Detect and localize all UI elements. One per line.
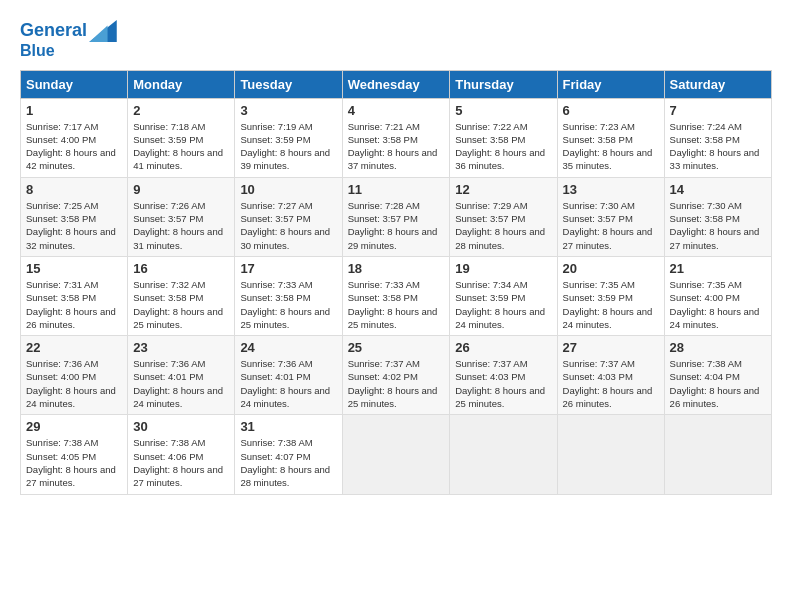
calendar-cell <box>450 415 557 494</box>
day-number: 6 <box>563 103 659 118</box>
day-number: 17 <box>240 261 336 276</box>
calendar-cell: 3 Sunrise: 7:19 AMSunset: 3:59 PMDayligh… <box>235 98 342 177</box>
day-info: Sunrise: 7:30 AMSunset: 3:58 PMDaylight:… <box>670 200 760 251</box>
day-number: 28 <box>670 340 766 355</box>
logo-blue: Blue <box>20 42 117 60</box>
day-info: Sunrise: 7:28 AMSunset: 3:57 PMDaylight:… <box>348 200 438 251</box>
day-number: 2 <box>133 103 229 118</box>
calendar-cell: 7 Sunrise: 7:24 AMSunset: 3:58 PMDayligh… <box>664 98 771 177</box>
day-info: Sunrise: 7:26 AMSunset: 3:57 PMDaylight:… <box>133 200 223 251</box>
calendar-cell: 31 Sunrise: 7:38 AMSunset: 4:07 PMDaylig… <box>235 415 342 494</box>
day-info: Sunrise: 7:35 AMSunset: 4:00 PMDaylight:… <box>670 279 760 330</box>
day-info: Sunrise: 7:38 AMSunset: 4:04 PMDaylight:… <box>670 358 760 409</box>
day-info: Sunrise: 7:31 AMSunset: 3:58 PMDaylight:… <box>26 279 116 330</box>
header: General Blue <box>20 20 772 60</box>
calendar: SundayMondayTuesdayWednesdayThursdayFrid… <box>20 70 772 495</box>
calendar-cell: 30 Sunrise: 7:38 AMSunset: 4:06 PMDaylig… <box>128 415 235 494</box>
day-info: Sunrise: 7:25 AMSunset: 3:58 PMDaylight:… <box>26 200 116 251</box>
calendar-cell: 12 Sunrise: 7:29 AMSunset: 3:57 PMDaylig… <box>450 177 557 256</box>
day-number: 27 <box>563 340 659 355</box>
day-number: 21 <box>670 261 766 276</box>
day-number: 7 <box>670 103 766 118</box>
calendar-week-row: 22 Sunrise: 7:36 AMSunset: 4:00 PMDaylig… <box>21 336 772 415</box>
day-number: 9 <box>133 182 229 197</box>
day-info: Sunrise: 7:33 AMSunset: 3:58 PMDaylight:… <box>348 279 438 330</box>
calendar-header-row: SundayMondayTuesdayWednesdayThursdayFrid… <box>21 70 772 98</box>
calendar-week-row: 29 Sunrise: 7:38 AMSunset: 4:05 PMDaylig… <box>21 415 772 494</box>
calendar-cell: 26 Sunrise: 7:37 AMSunset: 4:03 PMDaylig… <box>450 336 557 415</box>
day-number: 4 <box>348 103 445 118</box>
day-number: 20 <box>563 261 659 276</box>
calendar-cell: 8 Sunrise: 7:25 AMSunset: 3:58 PMDayligh… <box>21 177 128 256</box>
calendar-cell: 14 Sunrise: 7:30 AMSunset: 3:58 PMDaylig… <box>664 177 771 256</box>
calendar-cell: 16 Sunrise: 7:32 AMSunset: 3:58 PMDaylig… <box>128 256 235 335</box>
day-header-sunday: Sunday <box>21 70 128 98</box>
day-info: Sunrise: 7:19 AMSunset: 3:59 PMDaylight:… <box>240 121 330 172</box>
day-info: Sunrise: 7:32 AMSunset: 3:58 PMDaylight:… <box>133 279 223 330</box>
day-header-friday: Friday <box>557 70 664 98</box>
day-number: 13 <box>563 182 659 197</box>
calendar-cell: 10 Sunrise: 7:27 AMSunset: 3:57 PMDaylig… <box>235 177 342 256</box>
logo: General Blue <box>20 20 117 60</box>
day-number: 10 <box>240 182 336 197</box>
calendar-cell: 27 Sunrise: 7:37 AMSunset: 4:03 PMDaylig… <box>557 336 664 415</box>
day-info: Sunrise: 7:21 AMSunset: 3:58 PMDaylight:… <box>348 121 438 172</box>
day-info: Sunrise: 7:29 AMSunset: 3:57 PMDaylight:… <box>455 200 545 251</box>
calendar-cell: 25 Sunrise: 7:37 AMSunset: 4:02 PMDaylig… <box>342 336 450 415</box>
day-number: 14 <box>670 182 766 197</box>
calendar-cell: 21 Sunrise: 7:35 AMSunset: 4:00 PMDaylig… <box>664 256 771 335</box>
day-header-tuesday: Tuesday <box>235 70 342 98</box>
calendar-cell: 11 Sunrise: 7:28 AMSunset: 3:57 PMDaylig… <box>342 177 450 256</box>
day-info: Sunrise: 7:37 AMSunset: 4:02 PMDaylight:… <box>348 358 438 409</box>
day-number: 16 <box>133 261 229 276</box>
calendar-cell: 17 Sunrise: 7:33 AMSunset: 3:58 PMDaylig… <box>235 256 342 335</box>
day-number: 23 <box>133 340 229 355</box>
day-info: Sunrise: 7:38 AMSunset: 4:06 PMDaylight:… <box>133 437 223 488</box>
day-info: Sunrise: 7:38 AMSunset: 4:05 PMDaylight:… <box>26 437 116 488</box>
day-number: 3 <box>240 103 336 118</box>
calendar-cell: 20 Sunrise: 7:35 AMSunset: 3:59 PMDaylig… <box>557 256 664 335</box>
day-info: Sunrise: 7:37 AMSunset: 4:03 PMDaylight:… <box>455 358 545 409</box>
day-number: 22 <box>26 340 122 355</box>
day-number: 12 <box>455 182 551 197</box>
day-number: 15 <box>26 261 122 276</box>
day-number: 5 <box>455 103 551 118</box>
day-number: 25 <box>348 340 445 355</box>
calendar-cell: 15 Sunrise: 7:31 AMSunset: 3:58 PMDaylig… <box>21 256 128 335</box>
calendar-cell: 6 Sunrise: 7:23 AMSunset: 3:58 PMDayligh… <box>557 98 664 177</box>
calendar-cell: 9 Sunrise: 7:26 AMSunset: 3:57 PMDayligh… <box>128 177 235 256</box>
calendar-cell: 24 Sunrise: 7:36 AMSunset: 4:01 PMDaylig… <box>235 336 342 415</box>
day-number: 31 <box>240 419 336 434</box>
svg-marker-1 <box>89 26 107 43</box>
day-number: 8 <box>26 182 122 197</box>
day-info: Sunrise: 7:30 AMSunset: 3:57 PMDaylight:… <box>563 200 653 251</box>
day-info: Sunrise: 7:38 AMSunset: 4:07 PMDaylight:… <box>240 437 330 488</box>
calendar-cell: 2 Sunrise: 7:18 AMSunset: 3:59 PMDayligh… <box>128 98 235 177</box>
day-header-saturday: Saturday <box>664 70 771 98</box>
calendar-cell: 22 Sunrise: 7:36 AMSunset: 4:00 PMDaylig… <box>21 336 128 415</box>
day-number: 19 <box>455 261 551 276</box>
logo-icon <box>89 20 117 42</box>
day-info: Sunrise: 7:36 AMSunset: 4:01 PMDaylight:… <box>133 358 223 409</box>
day-info: Sunrise: 7:27 AMSunset: 3:57 PMDaylight:… <box>240 200 330 251</box>
day-number: 1 <box>26 103 122 118</box>
logo-text: General <box>20 21 87 41</box>
day-info: Sunrise: 7:37 AMSunset: 4:03 PMDaylight:… <box>563 358 653 409</box>
day-info: Sunrise: 7:36 AMSunset: 4:01 PMDaylight:… <box>240 358 330 409</box>
day-number: 29 <box>26 419 122 434</box>
day-info: Sunrise: 7:33 AMSunset: 3:58 PMDaylight:… <box>240 279 330 330</box>
day-number: 11 <box>348 182 445 197</box>
day-info: Sunrise: 7:23 AMSunset: 3:58 PMDaylight:… <box>563 121 653 172</box>
calendar-cell: 4 Sunrise: 7:21 AMSunset: 3:58 PMDayligh… <box>342 98 450 177</box>
day-number: 18 <box>348 261 445 276</box>
calendar-cell: 28 Sunrise: 7:38 AMSunset: 4:04 PMDaylig… <box>664 336 771 415</box>
day-number: 24 <box>240 340 336 355</box>
day-info: Sunrise: 7:17 AMSunset: 4:00 PMDaylight:… <box>26 121 116 172</box>
day-number: 26 <box>455 340 551 355</box>
calendar-cell <box>342 415 450 494</box>
day-info: Sunrise: 7:24 AMSunset: 3:58 PMDaylight:… <box>670 121 760 172</box>
calendar-week-row: 1 Sunrise: 7:17 AMSunset: 4:00 PMDayligh… <box>21 98 772 177</box>
calendar-cell: 1 Sunrise: 7:17 AMSunset: 4:00 PMDayligh… <box>21 98 128 177</box>
day-number: 30 <box>133 419 229 434</box>
calendar-body: 1 Sunrise: 7:17 AMSunset: 4:00 PMDayligh… <box>21 98 772 494</box>
